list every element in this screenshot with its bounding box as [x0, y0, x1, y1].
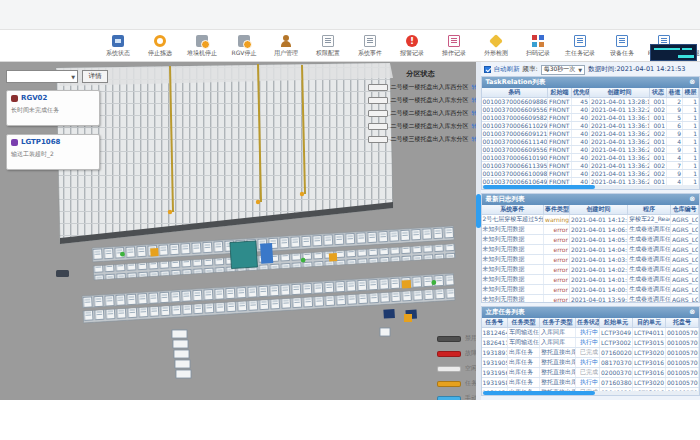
table-settings-icon[interactable]: ⊗ — [689, 309, 695, 316]
table-cell: 2021-04-01 14:01:54 — [570, 275, 628, 285]
table-row[interactable]: 未知列无用数据error2021-04-01 14:04:56生成巷道调库任务错… — [482, 245, 699, 255]
table-row[interactable]: 00100370006610190639FRONT402021-04-01 13… — [482, 154, 699, 162]
column-header[interactable]: 托盘号 — [666, 318, 699, 328]
table-row[interactable]: 00100370006609886219FRONT452021-04-01 13… — [482, 98, 699, 106]
table-row[interactable]: 1931958出库任务整托直接出库执行中0716038042LCTP302000… — [482, 378, 699, 388]
table-row[interactable]: 00100370006610098881FRONT402021-04-01 13… — [482, 170, 699, 178]
toolbar-system-event-button[interactable]: 系统事件 — [350, 31, 390, 61]
table-row[interactable]: 00100370006611395200FRONT402021-04-01 13… — [482, 162, 699, 170]
table-cell: FRONT — [548, 154, 572, 162]
toolbar-scan-record-button[interactable]: 扫码记录 — [518, 31, 558, 61]
column-header[interactable]: 起始端 — [548, 88, 572, 98]
frequency-select[interactable]: 每30秒一次▼ — [541, 65, 586, 75]
partition-status-indicator[interactable] — [368, 110, 388, 117]
toolbar-profile-check-button[interactable]: 外形检测 — [476, 31, 516, 61]
toolbar-stop-picking-button[interactable]: 停止拣选 — [140, 31, 180, 61]
table-row[interactable]: 未知列无用数据error2021-04-01 14:05:56生成巷道调库任务错… — [482, 235, 699, 245]
table-row[interactable]: 未知列无用数据error2021-04-01 14:00:52生成巷道调库任务错… — [482, 285, 699, 295]
toolbar-alarm-record-button[interactable]: !报警记录 — [392, 31, 432, 61]
table-row[interactable]: 00100370006609582162FRONT402021-04-01 13… — [482, 114, 699, 122]
column-header[interactable]: 任务号 — [482, 318, 508, 328]
table-row[interactable]: 1931891出库任务整托直接出库已完成0716002082LCTP302000… — [482, 348, 699, 358]
toolbar-rgv-stop-button[interactable]: RGV停止 — [224, 31, 264, 61]
table-row[interactable]: 00100370006610649657FRONT402021-04-01 13… — [482, 178, 699, 186]
toolbar-system-status-button[interactable]: 系统状态 — [98, 31, 138, 61]
column-header[interactable]: 起始单元 — [600, 318, 633, 328]
table-cell: 1931958 — [482, 378, 508, 388]
partition-panel-title: 分区状态 — [368, 69, 474, 79]
table-settings-icon[interactable]: ⊗ — [689, 196, 695, 203]
column-header[interactable]: 目的单元 — [633, 318, 666, 328]
column-header[interactable]: 任务状态 — [576, 318, 600, 328]
table-cell: 已完成 — [576, 368, 600, 378]
details-button[interactable]: 详情 — [82, 70, 108, 83]
legend-fault-chip — [437, 351, 461, 357]
table-row[interactable]: 00100370006609556770FRONT402021-04-01 13… — [482, 106, 699, 114]
table-cell: 00100370006609556770 — [482, 146, 548, 154]
partition-status-indicator[interactable] — [368, 84, 388, 91]
scrollbar-thumb[interactable] — [476, 194, 481, 228]
toolbar-device-task-button[interactable]: 设备任务 — [602, 31, 642, 61]
table-row[interactable]: 未知列无用数据error2021-04-01 14:06:57生成巷道调库任务错… — [482, 225, 699, 235]
toolbar-stacker-stop-button[interactable]: 堆垛机停止 — [182, 31, 222, 61]
table-cell: 未知列无用数据 — [482, 255, 544, 265]
column-header[interactable]: 优先级 — [572, 88, 590, 98]
table-settings-icon[interactable]: ⊗ — [689, 79, 695, 86]
table-row[interactable]: 1931956出库任务整托直接出库已完成0200037022LCTP301600… — [482, 368, 699, 378]
column-header[interactable]: 条码 — [482, 88, 548, 98]
column-header[interactable]: 状态 — [650, 88, 667, 98]
table-row[interactable]: 未知列无用数据error2021-04-01 14:01:54生成巷道调库任务错… — [482, 275, 699, 285]
table-row[interactable]: 2号七层穿梭车超过5分钟未执行任务warning2021-04-01 14:12… — [482, 215, 699, 225]
table-row[interactable]: 00100370006611029457FRONT402021-04-01 13… — [482, 122, 699, 130]
table-cell: 未知列无用数据 — [482, 245, 544, 255]
column-header[interactable]: 创建时间 — [570, 205, 628, 215]
alert-card-lgtp1068[interactable]: LGTP1068 输送工装超时_2 — [6, 134, 100, 170]
column-header[interactable]: 系统事件 — [482, 205, 544, 215]
table-row[interactable]: 1826411车间输送任务入库回库执行中LCTP3002LCTP30150010… — [482, 338, 699, 348]
table-cell: 1 — [683, 98, 699, 106]
column-header[interactable]: 任务类型 — [508, 318, 540, 328]
partition-status-indicator[interactable] — [368, 123, 388, 130]
column-header[interactable]: 仓库编号 — [671, 205, 699, 215]
scrollbar-thumb[interactable] — [483, 391, 595, 395]
table1-horizontal-scrollbar[interactable] — [482, 185, 700, 189]
table-row[interactable]: 1812464车间输送任务入库回库执行中LCTP3049LCTP40110010… — [482, 328, 699, 338]
column-header[interactable]: 楼层 — [683, 88, 699, 98]
table-cell: 整托直接出库 — [540, 358, 576, 368]
column-header[interactable]: 任务子类型 — [540, 318, 576, 328]
goto-link[interactable]: 转到 — [472, 96, 476, 105]
goto-link[interactable]: 转到 — [472, 109, 476, 118]
warehouse-3d-view[interactable]: ▼ 详情 RGV02 长时间未完成任务 LGTP1068 输送工装超时_2 分区… — [0, 62, 476, 400]
table3-horizontal-scrollbar[interactable] — [482, 391, 700, 395]
table-row[interactable]: 00100370006609556770FRONT402021-04-01 13… — [482, 146, 699, 154]
scrollbar-thumb[interactable] — [483, 185, 595, 189]
goto-link[interactable]: 转到 — [472, 135, 476, 144]
table-row[interactable]: 未知列无用数据error2021-04-01 14:03:56生成巷道调库任务错… — [482, 255, 699, 265]
table-cell: 001 — [650, 122, 667, 130]
table-row[interactable]: 未知列无用数据error2021-04-01 14:02:55生成巷道调库任务错… — [482, 265, 699, 275]
toolbar-permission-config-button[interactable]: 权限配置 — [308, 31, 348, 61]
table-cell: FRONT — [548, 178, 572, 186]
column-header[interactable]: 程序 — [628, 205, 671, 215]
table-row[interactable]: 未知列无用数据error2021-04-01 13:59:51生成巷道调库任务错… — [482, 295, 699, 303]
toolbar-operation-record-button[interactable]: 操作记录 — [434, 31, 474, 61]
alert-card-rgv02[interactable]: RGV02 长时间未完成任务 — [6, 90, 100, 126]
table-row[interactable]: 00100370006611140190FRONT402021-04-01 13… — [482, 138, 699, 146]
auto-refresh-checkbox[interactable] — [484, 66, 491, 73]
goto-link[interactable]: 转到 — [472, 83, 476, 92]
chevron-down-icon: ▼ — [578, 67, 582, 73]
goto-link[interactable]: 转到 — [472, 122, 476, 131]
column-header[interactable]: 巷道 — [667, 88, 683, 98]
column-header[interactable]: 创建时间 — [590, 88, 650, 98]
device-filter-select[interactable]: ▼ — [6, 70, 78, 83]
table-row[interactable]: 1931905出库任务整托直接出库执行中0817037081LCTP301600… — [482, 358, 699, 368]
toolbar-main-task-record-button[interactable]: 主任务记录 — [560, 31, 600, 61]
table-cell: 未知列无用数据 — [482, 295, 544, 303]
toolbar-user-management-button[interactable]: 用户管理 — [266, 31, 306, 61]
panel-vertical-scrollbar[interactable] — [476, 62, 481, 400]
partition-status-indicator[interactable] — [368, 97, 388, 104]
table-cell: 已完成 — [576, 348, 600, 358]
partition-status-indicator[interactable] — [368, 136, 388, 143]
column-header[interactable]: 事件类型 — [544, 205, 570, 215]
table-row[interactable]: 00100370006609121123FRONT402021-04-01 13… — [482, 130, 699, 138]
